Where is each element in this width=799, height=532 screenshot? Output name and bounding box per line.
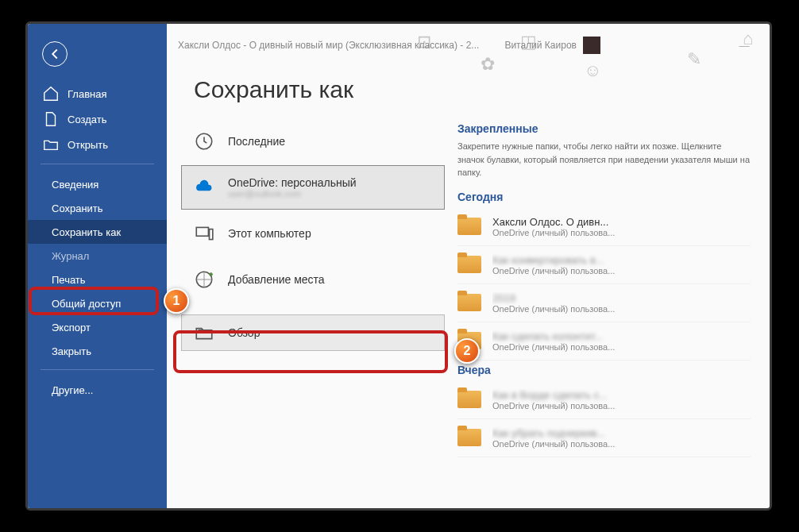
folder-row[interactable]: 2019OneDrive (личный) пользова... [457,284,751,322]
folder-name: Хаксли Олдос. О дивн... [492,216,615,228]
folder-path: OneDrive (личный) пользова... [492,342,615,352]
sidebar-label: Создать [68,114,106,125]
back-button[interactable] [42,41,68,67]
sidebar-label: Главная [68,88,106,100]
folder-icon [457,294,481,311]
sidebar-save[interactable]: Сохранить [28,196,167,220]
location-label: Последние [228,135,285,148]
location-browse[interactable]: Обзор [181,314,445,351]
location-sublabel: user@outlook.com [228,189,357,199]
location-add-place[interactable]: Добавление места [181,257,445,302]
minimize-button[interactable]: — [730,36,758,55]
pc-icon [193,222,215,245]
location-label: OneDrive: персональный [228,176,357,189]
folder-icon [193,322,215,344]
recent-column: Закрепленные Закрепите нужные папки, что… [445,119,770,508]
sidebar-label: Сведения [52,179,98,191]
annotation-badge-2: 2 [454,338,480,364]
sidebar-label: Печать [52,274,86,286]
sidebar-export[interactable]: Экспорт [28,315,167,339]
location-onedrive[interactable]: OneDrive: персональный user@outlook.com [181,165,445,210]
folder-icon [457,256,481,273]
folder-open-icon [42,136,60,153]
onedrive-icon [193,176,215,199]
folder-path: OneDrive (личный) пользова... [492,304,615,314]
main-panel: Сохранить как Последние OneDrive: персон… [167,24,770,508]
page-heading: Сохранить как [167,67,770,119]
folder-row[interactable]: Как в Ворде сделать с...OneDrive (личный… [457,381,751,419]
sidebar-new[interactable]: Создать [28,106,167,132]
location-label: Добавление места [228,273,325,286]
titlebar: Хаксли Олдос - О дивный новый мир (Экскл… [167,24,770,67]
folder-row[interactable]: Как убрать подчеркив...OneDrive (личный)… [457,419,751,457]
sidebar-label: Общий доступ [52,298,121,310]
sidebar-open[interactable]: Открыть [28,132,167,157]
sidebar-label: Сохранить как [52,226,121,238]
pinned-heading: Закрепленные [457,122,751,135]
sidebar-label: Закрыть [52,345,91,357]
sidebar-print[interactable]: Печать [28,268,167,291]
yesterday-heading: Вчера [457,364,751,376]
sidebar-label: Экспорт [52,322,91,333]
annotation-badge-1: 1 [164,288,189,314]
add-place-icon [193,268,215,291]
sidebar-home[interactable]: Главная [28,81,167,106]
sidebar-info[interactable]: Сведения [28,172,167,196]
location-label: Обзор [228,326,260,339]
svg-rect-1 [196,227,208,236]
folder-path: OneDrive (личный) пользова... [492,228,615,237]
user-name[interactable]: Виталий Каиров [504,40,577,51]
sidebar-save-as[interactable]: Сохранить как [28,220,167,244]
sidebar-label: Журнал [52,250,89,262]
folder-name: Как убрать подчеркив... [492,427,615,439]
sidebar-close[interactable]: Закрыть [28,339,167,363]
folder-row[interactable]: Как сделать колонтит...OneDrive (личный)… [457,322,751,360]
folder-row[interactable]: Как конвертировать в...OneDrive (личный)… [457,246,751,284]
today-heading: Сегодня [457,191,751,203]
sidebar-label: Открыть [68,139,108,151]
sidebar-history[interactable]: Журнал [28,244,167,268]
locations-column: Последние OneDrive: персональный user@ou… [167,119,445,508]
folder-name: Как сделать колонтит... [492,330,615,342]
document-title: Хаксли Олдос - О дивный новый мир (Экскл… [178,40,479,51]
sidebar-separator [41,164,154,164]
clock-icon [193,130,215,152]
folder-name: Как конвертировать в... [492,254,615,266]
location-label: Этот компьютер [228,227,311,240]
location-this-pc[interactable]: Этот компьютер [181,211,445,256]
svg-rect-2 [210,229,213,240]
folder-row[interactable]: Хаксли Олдос. О дивн...OneDrive (личный)… [457,208,751,246]
sidebar-label: Сохранить [52,202,103,214]
folder-icon [457,218,481,235]
document-icon [42,110,60,128]
backstage-sidebar: Главная Создать Открыть Сведения Сохрани… [28,24,167,508]
folder-icon [457,391,481,408]
folder-path: OneDrive (личный) пользова... [492,266,615,276]
location-recent[interactable]: Последние [181,119,445,164]
arrow-left-icon [46,45,64,63]
user-avatar[interactable] [583,37,600,54]
sidebar-label: Другие... [52,384,93,396]
sidebar-share[interactable]: Общий доступ [28,291,167,315]
home-icon [42,85,60,102]
folder-icon [457,429,481,446]
pinned-hint: Закрепите нужные папки, чтобы легко найт… [457,140,751,179]
folder-name: 2019 [492,292,615,304]
folder-name: Как в Ворде сделать с... [492,389,615,401]
folder-path: OneDrive (личный) пользова... [492,401,615,411]
folder-path: OneDrive (личный) пользова... [492,439,615,449]
sidebar-separator [41,369,154,370]
sidebar-other[interactable]: Другие... [28,378,167,402]
